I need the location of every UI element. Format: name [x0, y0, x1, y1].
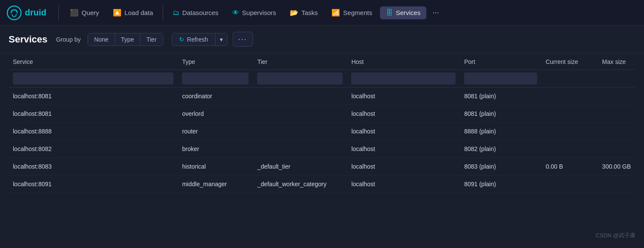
col-header-current-size: Current size: [541, 53, 598, 70]
nav-item-tasks[interactable]: 📂 Tasks: [284, 6, 324, 19]
cell-current_size-0: [541, 88, 598, 105]
cell-max_size-5: [598, 175, 635, 193]
filter-input-port[interactable]: [464, 73, 537, 85]
nav-item-segments[interactable]: 📶 Segments: [325, 6, 378, 19]
cell-current_size-2: [541, 123, 598, 140]
cell-host-4: localhost: [347, 158, 460, 175]
nav-items: ⬛ Query 🔼 Load data 🗂 Datasources 👁 Supe…: [64, 5, 637, 21]
col-header-host: Host: [347, 53, 460, 70]
group-by-type-button[interactable]: Type: [115, 33, 140, 45]
datasources-icon: 🗂: [173, 9, 179, 17]
table-filter-row: [9, 70, 635, 88]
cell-max_size-4: 300.00 GB: [598, 158, 635, 175]
table-row[interactable]: localhost:8081overlordlocalhost8081 (pla…: [9, 105, 635, 123]
nav-label-supervisors: Supervisors: [242, 9, 276, 16]
col-header-tier: Tier: [253, 53, 347, 70]
group-by-none-button[interactable]: None: [88, 33, 115, 45]
more-options-button[interactable]: ···: [233, 32, 253, 47]
cell-host-1: localhost: [347, 105, 460, 123]
svg-point-0: [7, 6, 21, 20]
druid-logo-icon: [7, 6, 21, 20]
refresh-button-wrap: ↻ Refresh ▾: [172, 33, 228, 46]
col-header-max-size: Max size: [598, 53, 635, 70]
services-icon: 🗄: [386, 9, 393, 17]
nav-item-query[interactable]: ⬛ Query: [64, 6, 105, 19]
cell-current_size-1: [541, 105, 598, 123]
cell-max_size-0: [598, 88, 635, 105]
filter-cell-current-size: [541, 70, 598, 88]
nav-item-load-data[interactable]: 🔼 Load data: [107, 6, 159, 19]
cell-host-3: localhost: [347, 140, 460, 158]
table-row[interactable]: localhost:8081coordinatorlocalhost8081 (…: [9, 88, 635, 105]
cell-max_size-1: [598, 105, 635, 123]
cell-port-1: 8081 (plain): [460, 105, 541, 123]
cell-type-2: router: [178, 123, 253, 140]
cell-current_size-3: [541, 140, 598, 158]
col-header-service: Service: [9, 53, 178, 70]
nav-item-supervisors[interactable]: 👁 Supervisors: [226, 6, 282, 19]
services-table-container: Service Type Tier Host Port Current size…: [0, 53, 644, 193]
refresh-button[interactable]: ↻ Refresh: [172, 33, 215, 45]
cell-host-0: localhost: [347, 88, 460, 105]
filter-input-type[interactable]: [182, 73, 249, 85]
cell-service-2: localhost:8888: [9, 123, 178, 140]
cell-port-0: 8081 (plain): [460, 88, 541, 105]
filter-cell-tier: [253, 70, 347, 88]
table-body: localhost:8081coordinatorlocalhost8081 (…: [9, 88, 635, 193]
table-row[interactable]: localhost:8083historical_default_tierloc…: [9, 158, 635, 175]
filter-cell-host: [347, 70, 460, 88]
nav-more-button[interactable]: ···: [428, 6, 443, 20]
cell-service-0: localhost:8081: [9, 88, 178, 105]
group-by-buttons: None Type Tier: [88, 33, 163, 46]
toolbar: Services Group by None Type Tier ↻ Refre…: [0, 26, 644, 53]
nav-label-segments: Segments: [343, 9, 372, 16]
cell-tier-5: _default_worker_category: [253, 175, 347, 193]
group-by-tier-button[interactable]: Tier: [140, 33, 163, 45]
refresh-dropdown-button[interactable]: ▾: [215, 33, 227, 45]
cell-type-1: overlord: [178, 105, 253, 123]
nav-label-tasks: Tasks: [301, 9, 318, 16]
cell-current_size-4: 0.00 B: [541, 158, 598, 175]
filter-cell-port: [460, 70, 541, 88]
cell-tier-3: [253, 140, 347, 158]
supervisors-icon: 👁: [232, 9, 239, 17]
cell-service-4: localhost:8083: [9, 158, 178, 175]
table-header-row: Service Type Tier Host Port Current size…: [9, 53, 635, 70]
cell-service-1: localhost:8081: [9, 105, 178, 123]
cell-tier-2: [253, 123, 347, 140]
cell-current_size-5: [541, 175, 598, 193]
nav-divider-2: [163, 5, 163, 21]
filter-cell-type: [178, 70, 253, 88]
cell-type-3: broker: [178, 140, 253, 158]
cell-type-5: middle_manager: [178, 175, 253, 193]
nav-item-datasources[interactable]: 🗂 Datasources: [167, 6, 225, 19]
table-row[interactable]: localhost:8888routerlocalhost8888 (plain…: [9, 123, 635, 140]
filter-input-service[interactable]: [13, 73, 173, 85]
filter-cell-service: [9, 70, 178, 88]
table-row[interactable]: localhost:8091middle_manager_default_wor…: [9, 175, 635, 193]
refresh-label: Refresh: [187, 36, 208, 43]
col-header-type: Type: [178, 53, 253, 70]
cell-port-4: 8083 (plain): [460, 158, 541, 175]
segments-icon: 📶: [331, 9, 340, 17]
services-table: Service Type Tier Host Port Current size…: [9, 53, 635, 193]
group-by-label: Group by: [56, 36, 81, 43]
refresh-icon: ↻: [179, 36, 184, 43]
cell-port-3: 8082 (plain): [460, 140, 541, 158]
nav-label-load-data: Load data: [125, 9, 153, 16]
load-data-icon: 🔼: [113, 9, 122, 17]
table-row[interactable]: localhost:8082brokerlocalhost8082 (plain…: [9, 140, 635, 158]
cell-type-4: historical: [178, 158, 253, 175]
filter-cell-max-size: [598, 70, 635, 88]
cell-port-5: 8091 (plain): [460, 175, 541, 193]
cell-host-2: localhost: [347, 123, 460, 140]
nav-label-datasources: Datasources: [182, 9, 219, 16]
app-logo[interactable]: druid: [7, 6, 46, 20]
filter-input-host[interactable]: [351, 73, 456, 85]
cell-max_size-3: [598, 140, 635, 158]
nav-label-services: Services: [396, 9, 421, 16]
filter-input-tier[interactable]: [257, 73, 343, 85]
nav-item-services[interactable]: 🗄 Services: [380, 6, 427, 19]
nav-label-query: Query: [82, 9, 99, 16]
cell-tier-1: [253, 105, 347, 123]
